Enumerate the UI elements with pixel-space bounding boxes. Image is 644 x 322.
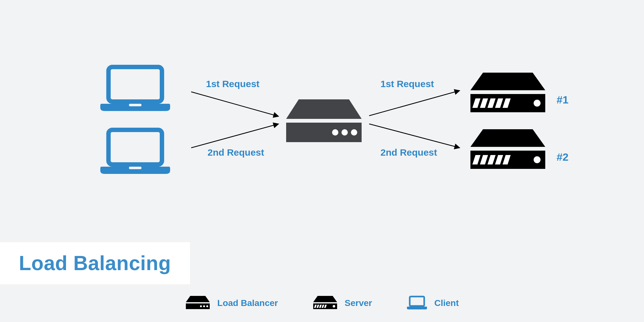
legend: Load Balancer Server <box>0 295 644 311</box>
svg-marker-4 <box>286 99 362 119</box>
svg-point-16 <box>534 100 541 107</box>
diagram-title: Load Balancing <box>19 252 171 275</box>
label-req1-left: 1st Request <box>206 79 259 89</box>
svg-rect-42 <box>410 297 424 306</box>
svg-line-26 <box>191 124 279 148</box>
diagram-stage: { "title": "Load Balancing", "labels": {… <box>0 0 644 322</box>
svg-rect-5 <box>286 123 362 142</box>
server-1-icon <box>469 71 547 115</box>
legend-item-server: Server <box>313 295 372 311</box>
svg-rect-0 <box>108 67 162 102</box>
svg-line-28 <box>369 124 460 148</box>
svg-point-33 <box>206 305 208 307</box>
svg-rect-30 <box>186 303 210 309</box>
svg-point-31 <box>200 305 202 307</box>
legend-label-client: Client <box>434 298 459 308</box>
legend-label-server: Server <box>345 298 372 308</box>
label-req2-left: 2nd Request <box>208 147 264 158</box>
load-balancer-icon <box>185 295 210 311</box>
svg-line-25 <box>191 92 279 116</box>
svg-point-24 <box>534 156 541 163</box>
load-balancer-icon <box>285 97 363 144</box>
svg-point-8 <box>351 129 357 136</box>
title-panel: Load Balancing <box>0 242 190 284</box>
client-laptop-1 <box>99 64 171 112</box>
svg-marker-9 <box>470 73 545 90</box>
label-req2-right: 2nd Request <box>380 147 437 158</box>
label-req1-right: 1st Request <box>380 79 434 89</box>
label-server-2: #2 <box>557 151 569 163</box>
legend-label-lb: Load Balancer <box>217 298 278 308</box>
server-icon <box>313 295 338 311</box>
svg-line-27 <box>369 91 460 116</box>
svg-marker-29 <box>186 296 210 302</box>
svg-rect-2 <box>108 130 162 164</box>
laptop-icon <box>407 295 427 311</box>
svg-point-41 <box>333 305 335 308</box>
legend-item-client: Client <box>407 295 459 311</box>
svg-point-6 <box>332 129 338 136</box>
server-2-icon <box>469 127 547 171</box>
legend-item-lb: Load Balancer <box>185 295 278 311</box>
svg-rect-1 <box>129 104 142 106</box>
svg-marker-34 <box>313 296 337 302</box>
svg-marker-17 <box>470 129 545 147</box>
label-server-1: #1 <box>557 94 569 106</box>
svg-point-32 <box>203 305 205 307</box>
svg-point-7 <box>341 129 348 136</box>
client-laptop-2 <box>99 127 171 175</box>
svg-rect-3 <box>129 167 142 169</box>
